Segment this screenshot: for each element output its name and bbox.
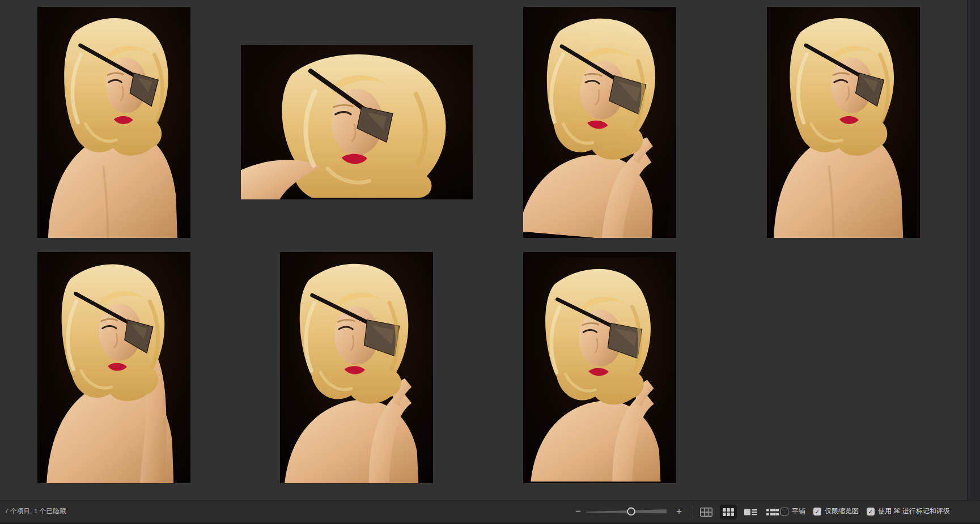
photo-thumbnail-2[interactable] [241, 45, 473, 199]
photo-thumbnail-5[interactable] [37, 252, 190, 483]
option-2[interactable]: ✓仅限缩览图 [813, 506, 859, 516]
scrollbar-track[interactable] [967, 0, 980, 500]
checkbox-checked-icon[interactable]: ✓ [813, 508, 821, 516]
toolbar-separator [775, 505, 775, 518]
checkbox-checked-icon[interactable]: ✓ [867, 508, 875, 516]
zoom-out-button[interactable]: − [574, 506, 583, 516]
small-thumbnails-view-button[interactable] [720, 505, 737, 519]
photo-illustration [37, 252, 190, 483]
toolbar-separator [693, 505, 693, 518]
option-label: 仅限缩览图 [825, 506, 859, 516]
photo-thumbnail-4[interactable] [767, 7, 920, 238]
photo-thumbnail-1[interactable] [37, 7, 190, 238]
grid-outline-icon [700, 508, 712, 517]
grid-filled-icon [723, 508, 734, 516]
thumbnail-size-slider[interactable] [586, 506, 671, 517]
view-mode-buttons [698, 504, 781, 519]
photo-illustration [523, 7, 676, 238]
thumbnail-grid [0, 0, 980, 500]
photo-thumbnail-3[interactable] [523, 7, 676, 238]
option-label: 使用 ⌘ 进行标记和评级 [878, 506, 950, 516]
photo-illustration [241, 45, 473, 199]
photo-illustration [37, 7, 190, 238]
list-view-button[interactable] [764, 505, 781, 519]
option-label: 平铺 [792, 506, 805, 516]
photo-illustration [523, 252, 676, 483]
bullet-list-icon [766, 508, 779, 516]
thumbnail-list-view-button[interactable] [742, 505, 759, 519]
photo-thumbnail-7[interactable] [523, 252, 676, 483]
photo-browser-window: 7 个项目, 1 个已隐藏 − + 平铺✓仅限缩览图✓使用 ⌘ 进行标记和评级 [0, 0, 980, 524]
status-text: 7 个项目, 1 个已隐藏 [5, 501, 66, 522]
photo-thumbnail-6[interactable] [280, 252, 433, 483]
checkbox-unchecked-icon[interactable] [780, 508, 788, 516]
display-options: 平铺✓仅限缩览图✓使用 ⌘ 进行标记和评级 [780, 501, 950, 522]
gallery-grid-view-button[interactable] [698, 505, 715, 519]
slider-wedge-track [586, 509, 667, 513]
option-3[interactable]: ✓使用 ⌘ 进行标记和评级 [867, 506, 950, 516]
thumbnail-size-control: − + [574, 501, 684, 522]
slider-knob[interactable] [627, 508, 635, 515]
photo-illustration [767, 7, 920, 238]
bottom-toolbar: 7 个项目, 1 个已隐藏 − + 平铺✓仅限缩览图✓使用 ⌘ 进行标记和评级 [0, 500, 980, 524]
photo-illustration [280, 252, 433, 483]
scrollbar-gutter-line [974, 0, 974, 500]
option-1[interactable]: 平铺 [780, 506, 805, 516]
zoom-in-button[interactable]: + [674, 506, 684, 516]
thumbnail-list-icon [744, 508, 757, 516]
